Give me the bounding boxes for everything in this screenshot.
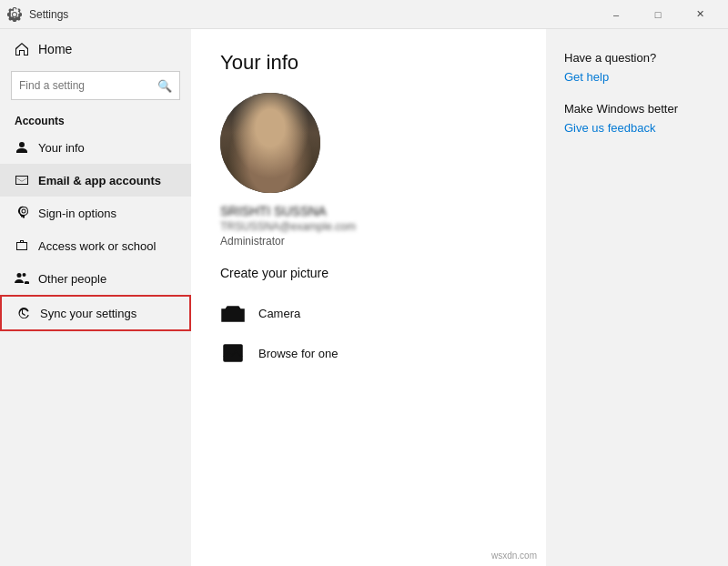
email-icon xyxy=(15,173,29,187)
create-picture-title: Create your picture xyxy=(220,266,517,280)
main-content: Your info SRISHTI SUSSNA TRSUSSNA@exampl… xyxy=(191,29,546,566)
sidebar-item-label: Your info xyxy=(38,141,85,155)
search-input[interactable] xyxy=(19,79,157,92)
user-role: Administrator xyxy=(220,235,517,248)
sidebar-item-label: Sign-in options xyxy=(38,207,116,220)
user-email: TRSUSSNA@example.com xyxy=(220,220,517,233)
sync-icon xyxy=(16,306,31,320)
camera-icon xyxy=(220,300,246,326)
home-icon xyxy=(15,42,29,56)
sidebar-item-label: Access work or school xyxy=(38,239,156,253)
avatar xyxy=(220,93,320,193)
avatar-image xyxy=(220,93,320,193)
sidebar-section-label: Accounts xyxy=(0,109,191,131)
search-box[interactable]: 🔍 xyxy=(11,71,180,100)
give-feedback-link[interactable]: Give us feedback xyxy=(564,121,710,135)
page-title: Your info xyxy=(220,51,517,75)
sidebar-item-access-work[interactable]: Access work or school xyxy=(0,229,191,262)
right-panel: Have a question? Get help Make Windows b… xyxy=(546,29,728,566)
app-body: Home 🔍 Accounts Your info Email & app ac xyxy=(0,29,728,566)
sidebar-item-home[interactable]: Home xyxy=(0,33,191,66)
make-windows-better-label: Make Windows better xyxy=(564,102,710,116)
sidebar-item-label: Sync your settings xyxy=(40,307,136,320)
settings-icon xyxy=(7,7,22,22)
people-icon xyxy=(15,271,29,286)
person-icon xyxy=(15,140,29,155)
sidebar-item-other-people[interactable]: Other people xyxy=(0,262,191,295)
title-bar: Settings – □ ✕ xyxy=(0,0,728,29)
sidebar: Home 🔍 Accounts Your info Email & app ac xyxy=(0,29,191,566)
sidebar-item-sign-in[interactable]: Sign-in options xyxy=(0,197,191,229)
browse-option[interactable]: Browse for one xyxy=(220,333,517,373)
sidebar-item-email-accounts[interactable]: Email & app accounts xyxy=(0,164,191,197)
have-question-label: Have a question? xyxy=(564,51,710,65)
get-help-link[interactable]: Get help xyxy=(564,70,710,84)
close-button[interactable]: ✕ xyxy=(679,0,721,29)
watermark: wsxdn.com xyxy=(491,551,537,561)
sidebar-item-sync-settings[interactable]: Sync your settings xyxy=(0,295,191,331)
profile-section: SRISHTI SUSSNA TRSUSSNA@example.com Admi… xyxy=(220,93,517,248)
minimize-button[interactable]: – xyxy=(595,0,637,29)
briefcase-icon xyxy=(15,238,29,253)
sidebar-item-label: Email & app accounts xyxy=(38,174,161,187)
search-icon: 🔍 xyxy=(157,79,172,93)
camera-option[interactable]: Camera xyxy=(220,293,517,333)
help-section: Have a question? Get help xyxy=(564,51,710,84)
user-name: SRISHTI SUSSNA xyxy=(220,204,517,218)
camera-label: Camera xyxy=(258,307,300,320)
key-icon xyxy=(15,206,29,220)
home-label: Home xyxy=(38,42,72,56)
feedback-section: Make Windows better Give us feedback xyxy=(564,102,710,135)
browse-label: Browse for one xyxy=(258,347,338,360)
title-text: Settings xyxy=(29,8,595,21)
maximize-button[interactable]: □ xyxy=(637,0,679,29)
sidebar-item-your-info[interactable]: Your info xyxy=(0,131,191,164)
browse-icon xyxy=(220,340,246,366)
window-controls: – □ ✕ xyxy=(595,0,721,29)
sidebar-item-label: Other people xyxy=(38,272,106,286)
